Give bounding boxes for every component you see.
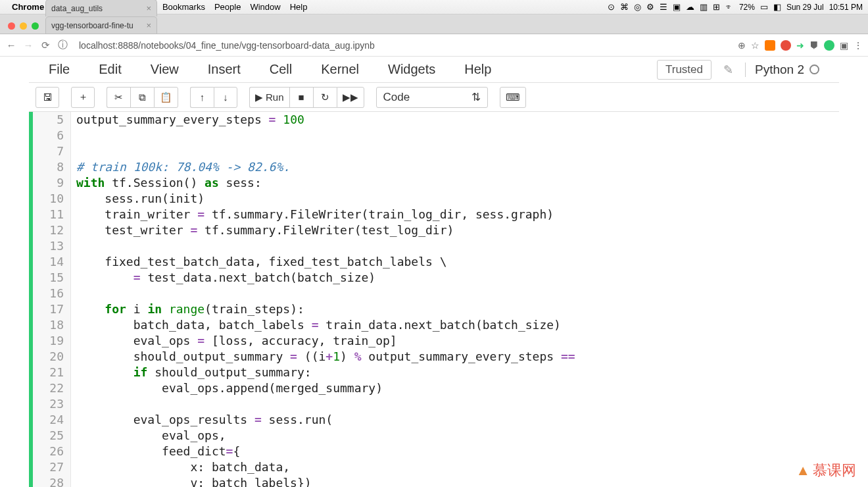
menubar-status: ⊙ ⌘ ◎ ⚙ ☰ ▣ ☁ ▥ ⊞ ᯤ 72% ▭ ◧ Sun 29 Jul 1… <box>608 2 863 12</box>
run-label: Run <box>266 91 284 103</box>
kernel-indicator[interactable]: Python 2 <box>745 63 819 77</box>
menubar-item-bookmarks[interactable]: Bookmarks <box>162 2 205 12</box>
close-tab-icon[interactable]: × <box>146 20 151 30</box>
kernel-name: Python 2 <box>755 63 804 77</box>
browser-tab[interactable]: vgg-tensorboard-fine-tu× <box>45 16 157 34</box>
window-controls[interactable] <box>5 22 45 34</box>
menu-icon[interactable]: ⋮ <box>854 40 863 51</box>
maximize-window-icon[interactable] <box>32 22 39 30</box>
edit-icon[interactable]: ✎ <box>723 63 733 77</box>
save-button[interactable]: 🖫 <box>36 87 59 108</box>
notebook-area: 5678910111213141516171819202122232425262… <box>0 112 868 487</box>
jupyter-menu-kernel[interactable]: Kernel <box>321 62 359 76</box>
status-icon: ◧ <box>773 2 781 12</box>
add-cell-button[interactable]: ＋ <box>71 87 95 108</box>
back-icon[interactable]: ← <box>5 39 17 51</box>
cloud-icon: ☁ <box>686 2 694 12</box>
move-down-button[interactable]: ↓ <box>214 87 237 108</box>
extension-icon[interactable]: ⛊ <box>809 40 819 51</box>
zoom-icon[interactable]: ⊕ <box>738 40 746 51</box>
status-icon: ⊞ <box>713 2 720 12</box>
status-icon: ⚙ <box>646 2 654 12</box>
menubar-time: 10:51 PM <box>829 3 863 12</box>
restart-button[interactable]: ↻ <box>313 87 337 108</box>
app-name[interactable]: Chrome <box>12 2 44 12</box>
tab-label: vgg-tensorboard-fine-tu <box>51 21 142 30</box>
address-bar[interactable]: localhost:8888/notebooks/04_fine_tune/vg… <box>74 38 733 53</box>
watermark-text: 慕课网 <box>813 461 856 480</box>
extension-icon[interactable] <box>824 40 834 51</box>
jupyter-menu-edit[interactable]: Edit <box>99 62 121 76</box>
tab-label: data_aug_utils <box>51 4 142 13</box>
jupyter-menu-help[interactable]: Help <box>464 62 491 76</box>
menubar-date: Sun 29 Jul <box>786 3 824 12</box>
status-icon: ▣ <box>673 2 681 12</box>
minimize-window-icon[interactable] <box>20 22 27 30</box>
jupyter-menu-view[interactable]: View <box>151 62 179 76</box>
interrupt-button[interactable]: ■ <box>289 87 313 108</box>
menubar-item-window[interactable]: Window <box>250 2 280 12</box>
site-info-icon[interactable]: ⓘ <box>57 39 68 51</box>
status-icon: ▥ <box>700 2 708 12</box>
star-icon[interactable]: ☆ <box>751 40 760 51</box>
paste-button[interactable]: 📋 <box>154 87 178 108</box>
jupyter-menu-widgets[interactable]: Widgets <box>388 62 435 76</box>
status-icon: ◎ <box>634 2 641 12</box>
battery-icon: ▭ <box>760 2 768 12</box>
browser-tab[interactable]: data_aug_utils× <box>45 0 157 16</box>
jupyter-menu-cell[interactable]: Cell <box>270 62 292 76</box>
watermark: ▲ 慕课网 <box>796 461 856 480</box>
browser-toolbar: ← → ⟳ ⓘ localhost:8888/notebooks/04_fine… <box>0 34 868 57</box>
cell-type-label: Code <box>383 91 410 104</box>
cell-type-select[interactable]: Code ⇅ <box>376 87 488 108</box>
jupyter-menubar: FileEditViewInsertCellKernelWidgetsHelp … <box>29 57 839 83</box>
restart-run-all-button[interactable]: ▶▶ <box>337 87 364 108</box>
status-icon: ☰ <box>660 2 667 12</box>
jupyter-menu-file[interactable]: File <box>49 62 70 76</box>
menubar-item-people[interactable]: People <box>214 2 241 12</box>
cut-button[interactable]: ✂ <box>107 87 130 108</box>
command-palette-button[interactable]: ⌨ <box>500 87 526 108</box>
extension-icon[interactable]: ▣ <box>840 40 848 51</box>
status-icon: ⊙ <box>608 2 615 12</box>
chevron-updown-icon: ⇅ <box>471 90 481 104</box>
status-icon: ⌘ <box>620 2 629 12</box>
extension-icon[interactable] <box>765 40 775 51</box>
jupyter-menu-insert[interactable]: Insert <box>208 62 241 76</box>
extension-icon[interactable]: ➜ <box>796 40 804 51</box>
extension-icon[interactable] <box>781 40 791 51</box>
run-button[interactable]: ▶ Run <box>249 87 289 108</box>
browser-tabstrip: 04_fine_tune/×vgg-tensorboard×vgg-tensor… <box>0 14 868 34</box>
move-up-button[interactable]: ↑ <box>190 87 214 108</box>
kernel-status-icon <box>809 64 819 74</box>
battery-percent: 72% <box>739 3 755 12</box>
code-cell[interactable]: 5678910111213141516171819202122232425262… <box>29 112 839 487</box>
copy-button[interactable]: ⧉ <box>130 87 154 108</box>
wifi-icon: ᯤ <box>725 2 734 12</box>
trusted-indicator[interactable]: Trusted <box>657 60 711 80</box>
close-tab-icon[interactable]: × <box>146 3 151 13</box>
line-number-gutter: 5678910111213141516171819202122232425262… <box>33 112 71 487</box>
code-editor[interactable]: output_summary_every_steps = 100 # train… <box>71 112 839 487</box>
reload-icon[interactable]: ⟳ <box>39 39 51 51</box>
jupyter-toolbar: 🖫 ＋ ✂ ⧉ 📋 ↑ ↓ ▶ Run ■ ↻ ▶▶ Code ⇅ ⌨ <box>29 83 839 112</box>
menubar-item-help[interactable]: Help <box>290 2 308 12</box>
flame-icon: ▲ <box>796 462 810 479</box>
close-window-icon[interactable] <box>8 22 15 30</box>
forward-icon[interactable]: → <box>22 39 34 51</box>
